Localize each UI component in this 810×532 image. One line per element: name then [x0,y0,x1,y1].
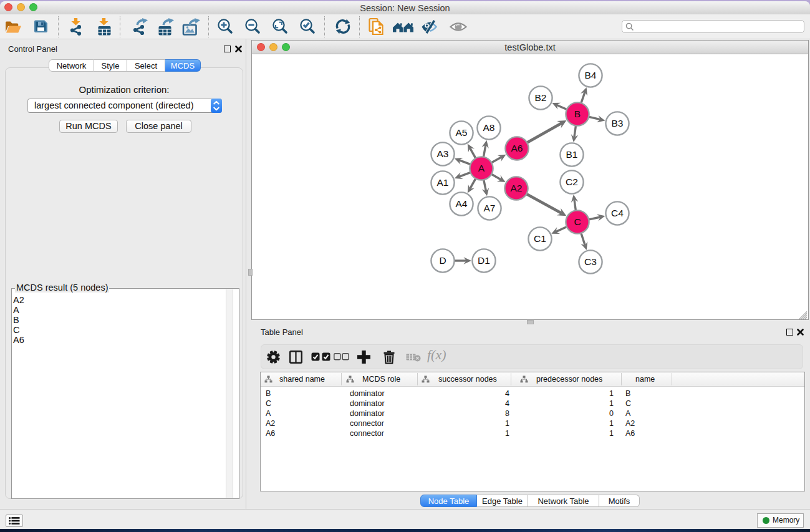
svg-text:A2: A2 [511,183,523,193]
svg-text:C4: C4 [611,208,624,218]
svg-text:B: B [574,109,581,119]
svg-text:A8: A8 [483,122,495,133]
svg-text:A3: A3 [437,148,449,159]
svg-text:A1: A1 [437,177,449,188]
svg-text:A7: A7 [484,203,496,213]
svg-text:B4: B4 [585,70,597,80]
svg-text:C1: C1 [534,233,546,244]
svg-text:D1: D1 [478,255,490,266]
svg-text:C3: C3 [584,256,597,267]
svg-text:C: C [574,216,581,227]
svg-text:B1: B1 [566,149,578,160]
svg-text:A6: A6 [511,143,523,153]
svg-text:A5: A5 [456,127,468,138]
svg-text:A: A [478,163,485,173]
svg-text:B3: B3 [612,118,624,128]
svg-text:C2: C2 [566,177,578,187]
svg-text:D: D [439,255,446,266]
svg-text:A4: A4 [456,198,468,209]
svg-text:B2: B2 [535,92,547,103]
